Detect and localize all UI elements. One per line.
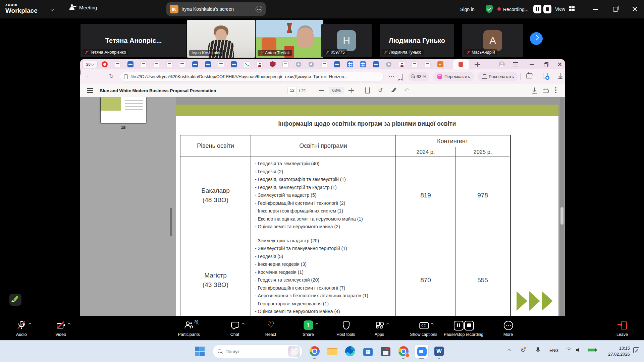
volume-icon[interactable] xyxy=(576,348,582,352)
sign-in-button[interactable]: Sign in xyxy=(460,7,475,12)
pdf-zoom-out-button[interactable] xyxy=(319,90,324,91)
pdf-scrollbar-track[interactable] xyxy=(560,97,564,316)
browser-close-button[interactable] xyxy=(556,61,563,68)
annotate-pen-icon[interactable] xyxy=(391,88,397,93)
pinned-tab[interactable] xyxy=(179,61,185,67)
sync-tray-icon[interactable]: ↻ xyxy=(521,347,525,354)
sidebar-scrollbar[interactable] xyxy=(170,208,172,236)
pinned-tab[interactable] xyxy=(153,61,159,67)
start-button[interactable] xyxy=(195,346,205,357)
reload-button[interactable]: ↻ xyxy=(109,73,114,80)
pdf-zoom-in-button[interactable] xyxy=(348,88,354,93)
pinned-tab[interactable] xyxy=(282,61,288,67)
page-thumbnail-item[interactable] xyxy=(101,97,146,125)
pinned-tab[interactable] xyxy=(437,61,443,67)
zoom-app-icon[interactable] xyxy=(415,344,429,358)
zoom-toolbar-button[interactable]: More xyxy=(503,320,513,337)
pinned-tab[interactable] xyxy=(270,61,276,67)
save-app-icon[interactable] xyxy=(380,346,391,357)
pinned-tab[interactable] xyxy=(244,61,250,67)
pdf-download-icon[interactable] xyxy=(532,87,537,94)
pdf-scrollbar-thumb[interactable] xyxy=(560,207,564,225)
pen-tray-icon[interactable] xyxy=(633,347,639,353)
browser-menu-icon[interactable] xyxy=(513,62,518,66)
zoom-toolbar-button[interactable]: Apps xyxy=(375,320,384,337)
pinned-tab[interactable] xyxy=(412,61,418,67)
chevron-up-icon[interactable] xyxy=(315,323,318,326)
pinned-tab[interactable] xyxy=(231,61,237,67)
microsoft-store-icon[interactable] xyxy=(362,346,374,357)
more-options-icon[interactable] xyxy=(256,6,262,12)
pinned-tab[interactable] xyxy=(205,61,211,67)
chevron-up-icon[interactable] xyxy=(29,323,32,326)
word-icon[interactable] xyxy=(433,346,445,357)
pinned-tab[interactable] xyxy=(296,61,302,67)
language-indicator[interactable]: ENG xyxy=(549,348,558,353)
zoom-toolbar-button[interactable]: Pause/stop recording xyxy=(444,320,483,337)
chevron-up-icon[interactable] xyxy=(386,323,389,326)
participant-tile[interactable]: Iryna Koshkalda xyxy=(187,20,255,58)
profile-avatar-icon[interactable] xyxy=(499,61,505,67)
print-page-button[interactable]: Распечатать xyxy=(477,72,518,81)
pdf-sidebar-toggle-icon[interactable] xyxy=(87,88,93,93)
view-grid-icon[interactable] xyxy=(569,6,575,11)
tab-meeting[interactable]: Meeting xyxy=(69,4,97,10)
wifi-icon[interactable] xyxy=(566,348,572,352)
pinned-tab[interactable] xyxy=(360,61,366,67)
pinned-tab[interactable] xyxy=(141,61,147,67)
page-number-input[interactable]: 12 xyxy=(287,87,297,94)
shared-screen-tab[interactable]: IK Iryna Koshkalda's screen xyxy=(166,2,266,16)
close-button[interactable] xyxy=(630,4,640,14)
zoom-toolbar-button[interactable]: Show captions xyxy=(410,320,437,337)
view-button[interactable]: View xyxy=(555,6,565,12)
pinned-tab[interactable] xyxy=(257,61,263,67)
extension-badge-icon[interactable] xyxy=(543,73,548,78)
pinned-tab[interactable] xyxy=(192,61,198,67)
participant-tile[interactable]: Людмила Гунько Людмила Гунько xyxy=(380,24,454,57)
taskbar-search[interactable]: Пошук xyxy=(213,345,303,358)
tab-counter[interactable]: 28 xyxy=(82,61,98,68)
zoom-toolbar-button[interactable]: React xyxy=(265,320,276,337)
browser-home-icon[interactable] xyxy=(80,69,81,75)
pinned-tab[interactable] xyxy=(399,61,405,67)
file-explorer-icon[interactable] xyxy=(327,346,338,357)
pinned-tab[interactable] xyxy=(218,61,224,67)
stop-recording-button[interactable] xyxy=(543,5,551,13)
page-zoom-control[interactable]: 63 % xyxy=(408,72,429,81)
microphone-tray-icon[interactable] xyxy=(536,347,540,353)
zoom-toolbar-button[interactable]: Chat xyxy=(230,320,239,337)
restore-button[interactable] xyxy=(610,4,621,14)
participant-tile[interactable]: A МасьАндрій xyxy=(462,24,523,57)
pause-recording-button[interactable] xyxy=(533,5,541,13)
undo-icon[interactable]: ↶ xyxy=(404,87,409,94)
participant-tile[interactable]: Тетяна Анопріє... Тетяна Анопрієнко xyxy=(80,24,186,57)
browser-restore-button[interactable] xyxy=(542,61,549,68)
pinned-tab[interactable] xyxy=(373,61,379,67)
page-thumbnail[interactable] xyxy=(101,97,146,123)
url-more-icon[interactable] xyxy=(389,76,390,77)
chevron-down-icon[interactable] xyxy=(51,8,54,11)
fit-page-icon[interactable] xyxy=(365,87,370,94)
zoom-toolbar-button[interactable]: Audio xyxy=(16,320,27,337)
downloads-icon[interactable] xyxy=(558,73,562,79)
security-shield-icon[interactable] xyxy=(486,5,493,13)
chrome-profile-icon[interactable] xyxy=(398,346,409,357)
url-field[interactable]: file:///C:/Users/Iryna%20Koshkalda/Deskt… xyxy=(120,72,384,81)
pdf-print-icon[interactable] xyxy=(543,88,548,93)
retell-button[interactable]: Пересказать xyxy=(433,72,474,81)
pinned-tab[interactable] xyxy=(347,61,353,67)
chevron-up-icon[interactable] xyxy=(68,323,71,326)
next-participants-button[interactable] xyxy=(530,32,543,45)
zoom-toolbar-button[interactable]: Video xyxy=(55,320,66,337)
pinned-tab[interactable] xyxy=(334,61,340,67)
active-tab[interactable] xyxy=(453,59,469,69)
pinned-tab[interactable] xyxy=(321,61,327,67)
chevron-up-icon[interactable] xyxy=(431,323,434,326)
zoom-toolbar-button[interactable]: Host tools xyxy=(336,320,355,337)
extension-icon[interactable] xyxy=(526,73,533,78)
zoom-toolbar-button[interactable]: Share xyxy=(303,320,314,337)
pinned-tab[interactable] xyxy=(127,61,133,67)
participant-tile[interactable]: Anton Tretiak xyxy=(256,20,323,58)
pinned-tab[interactable] xyxy=(425,61,431,67)
battery-icon[interactable] xyxy=(588,348,596,352)
